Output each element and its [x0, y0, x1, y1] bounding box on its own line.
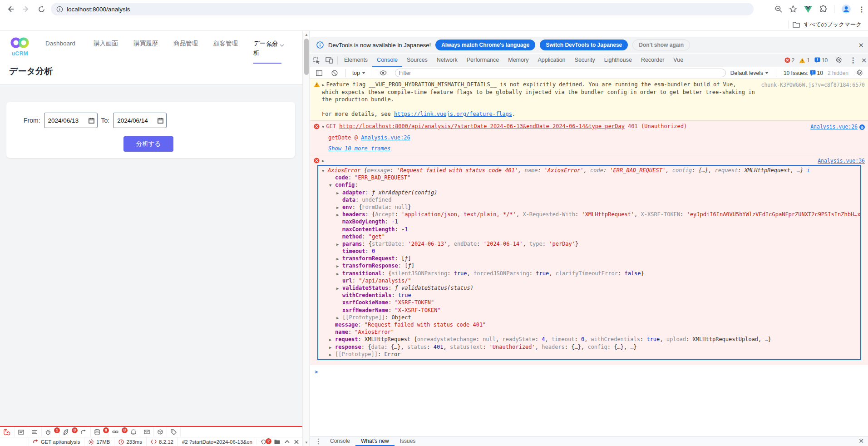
error-source-location[interactable]: Analysis.vue:26◍: [810, 123, 865, 130]
disclosure-triangle[interactable]: ▼: [329, 182, 335, 188]
disclosure-triangle[interactable]: ▶: [336, 204, 342, 211]
disclosure-triangle[interactable]: ▶: [336, 189, 342, 196]
console-tree-line[interactable]: ▶params: {startDate: '2024-06-13', endDa…: [318, 240, 860, 248]
console-tree-line[interactable]: ▶[[Prototype]]: Error: [318, 351, 860, 358]
tab-application[interactable]: Application: [533, 54, 570, 67]
nav-item-dashboard[interactable]: Dashboard: [45, 39, 78, 53]
infobar-close-icon[interactable]: ✕: [858, 41, 864, 50]
devtools-settings-gear-icon[interactable]: [832, 54, 845, 67]
devtools-menu-kebab-icon[interactable]: ⋮: [849, 56, 857, 64]
memory-usage[interactable]: 17MB: [84, 437, 114, 446]
from-date-input[interactable]: [44, 113, 98, 128]
user-menu[interactable]: test: [267, 42, 284, 49]
back-button[interactable]: [3, 1, 18, 17]
drawer-tab-issues[interactable]: Issues: [395, 436, 421, 446]
queries-icon[interactable]: 0: [91, 427, 108, 437]
tab-vue[interactable]: Vue: [669, 54, 688, 67]
browser-menu-kebab-icon[interactable]: ⋮: [858, 5, 865, 14]
laravel-logo-icon[interactable]: [0, 427, 15, 437]
gate-icon[interactable]: [127, 427, 140, 437]
stack-source-link[interactable]: Analysis.vue:26: [361, 134, 410, 141]
views-icon[interactable]: 0: [59, 427, 77, 437]
session-icon[interactable]: [154, 427, 167, 437]
drawer-menu-kebab-icon[interactable]: ⋮: [310, 437, 325, 446]
tab-performance[interactable]: Performance: [462, 54, 504, 67]
disclosure-triangle[interactable]: ▶: [336, 211, 342, 218]
calendar-icon[interactable]: [158, 118, 163, 124]
console-prompt[interactable]: >: [310, 365, 868, 375]
request-icon[interactable]: [167, 427, 181, 437]
javascript-context-select[interactable]: top: [350, 70, 367, 76]
tab-recorder[interactable]: Recorder: [636, 54, 669, 67]
tab-sources[interactable]: Sources: [402, 54, 432, 67]
all-bookmarks-button[interactable]: すべてのブックマーク: [789, 18, 862, 31]
close-debugbar-icon[interactable]: [294, 440, 299, 444]
devtools-close-icon[interactable]: ✕: [861, 57, 867, 64]
site-info-icon[interactable]: [56, 6, 63, 13]
disclosure-triangle[interactable]: ▼: [322, 167, 328, 174]
disclosure-triangle[interactable]: ▶: [329, 336, 335, 343]
scroll-down-arrow[interactable]: ▼: [303, 439, 310, 446]
disclosure-triangle[interactable]: ▶: [336, 255, 342, 262]
zoom-out-icon[interactable]: [774, 5, 783, 13]
nav-item-customer-management[interactable]: 顧客管理: [213, 39, 238, 53]
console-settings-gear-icon[interactable]: [853, 66, 866, 79]
console-tree-line[interactable]: ▶env: {FormData: null}: [318, 203, 860, 211]
calendar-icon[interactable]: [89, 118, 94, 124]
feature-flags-link[interactable]: https://link.vuejs.org/feature-flags: [394, 111, 512, 117]
bookmark-star-icon[interactable]: [789, 5, 797, 13]
console-filter-input[interactable]: [395, 69, 726, 77]
console-tree-line[interactable]: ▶validateStatus: ƒ validateStatus(status…: [318, 284, 860, 292]
route-icon[interactable]: [77, 427, 91, 437]
show-more-frames-link[interactable]: Show 10 more frames: [328, 145, 390, 152]
match-chrome-language-button[interactable]: Always match Chrome's language: [435, 40, 535, 50]
switch-to-japanese-button[interactable]: Switch DevTools to Japanese: [540, 40, 628, 50]
history-icon[interactable]: 2: [261, 439, 266, 445]
request-duration[interactable]: 233ms: [114, 437, 146, 446]
app-logo[interactable]: uCRM: [9, 36, 35, 57]
to-date-value[interactable]: [117, 117, 155, 124]
disclosure-triangle[interactable]: ▼: [322, 124, 324, 129]
forward-button[interactable]: [18, 1, 34, 17]
disclosure-triangle[interactable]: ▶: [322, 159, 324, 163]
disclosure-triangle[interactable]: ▶: [329, 344, 335, 351]
models-icon[interactable]: 0: [108, 427, 127, 437]
timeline-icon[interactable]: [28, 427, 42, 437]
console-tree-line[interactable]: ▶transitional: {silentJSONParsing: true,…: [318, 270, 860, 277]
console-tree-line[interactable]: ▶response: {data: {…}, status: 401, stat…: [318, 343, 860, 351]
device-toolbar-icon[interactable]: [323, 54, 335, 67]
profile-avatar[interactable]: [841, 4, 852, 15]
nav-item-purchase-history[interactable]: 購買履歴: [133, 39, 158, 53]
issues-count[interactable]: 10: [814, 57, 828, 64]
live-expression-eye-icon[interactable]: [377, 66, 390, 79]
from-date-value[interactable]: [48, 117, 86, 124]
console-tree-line[interactable]: ▶adapter: ƒ xhrAdapter(config): [318, 189, 860, 196]
minimize-icon[interactable]: [285, 440, 290, 443]
scrollbar-thumb[interactable]: [304, 39, 309, 75]
disclosure-triangle[interactable]: ▶: [322, 83, 324, 87]
php-version[interactable]: 8.2.12: [146, 437, 178, 446]
tab-console[interactable]: Console: [372, 54, 402, 67]
tab-security[interactable]: Security: [570, 54, 600, 67]
disclosure-triangle[interactable]: ▶: [336, 285, 342, 292]
messages-icon[interactable]: [15, 427, 28, 437]
page-scrollbar[interactable]: ▲ ▼: [302, 31, 310, 446]
vue-devtools-extension-icon[interactable]: [804, 5, 813, 13]
nav-item-item-management[interactable]: 商品管理: [173, 39, 198, 53]
to-date-input[interactable]: [113, 113, 167, 128]
console-tree-line[interactable]: ▶[[Prototype]]: Object: [318, 314, 860, 321]
disclosure-triangle[interactable]: ▶: [329, 351, 335, 358]
disclosure-triangle[interactable]: ▶: [336, 241, 342, 248]
request-method-path[interactable]: GET api/analysis: [29, 437, 84, 446]
disclosure-triangle[interactable]: ▶: [336, 314, 342, 321]
warning-source-location[interactable]: chunk-K3POWG6W.js?v=c8f87184:6570: [761, 81, 865, 89]
filter-text-field[interactable]: [399, 70, 722, 76]
disclosure-triangle[interactable]: ▶: [336, 263, 342, 269]
request-id-query[interactable]: #2 ?startDate=2024-06-13&en: [178, 437, 256, 446]
console-tree-line[interactable]: ▶request: XMLHttpRequest {onreadystatech…: [318, 336, 860, 343]
exceptions-icon[interactable]: 1: [42, 427, 59, 437]
tab-elements[interactable]: Elements: [340, 54, 372, 67]
url-bar[interactable]: localhost:8000/analysis: [51, 3, 754, 15]
console-warning-count[interactable]: 1: [799, 57, 810, 64]
open-folder-icon[interactable]: [274, 439, 280, 444]
